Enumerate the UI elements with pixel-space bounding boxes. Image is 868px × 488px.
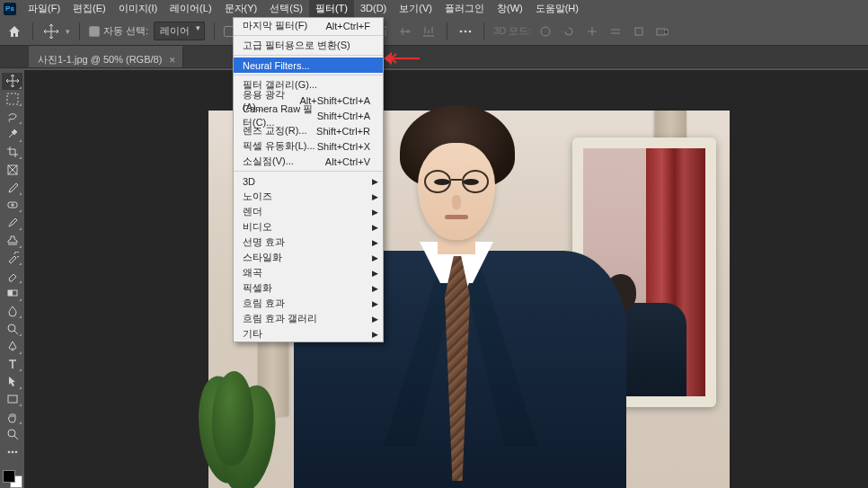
menu-filter[interactable]: 필터(T) [309,0,354,17]
menu-view[interactable]: 보기(V) [393,0,438,17]
svg-point-2 [469,30,472,32]
pen-tool[interactable] [2,338,22,355]
menu-item-label: 고급 필터용으로 변환(S) [243,39,350,52]
menu-lens-correction[interactable]: 렌즈 교정(R)...Shift+Ctrl+R [234,123,383,138]
slide-icon [607,22,624,40]
dodge-tool[interactable] [2,320,22,337]
menu-file[interactable]: 파일(F) [22,0,66,17]
menu-shortcut: Shift+Ctrl+R [316,126,370,137]
auto-select-label: 자동 선택: [103,25,148,36]
menu-liquify[interactable]: 픽셀 유동화(L)...Shift+Ctrl+X [234,138,383,154]
frame-tool[interactable] [2,161,22,178]
menu-item-label: 왜곡 [243,266,262,279]
menu-edit[interactable]: 편집(E) [66,0,112,17]
menu-shortcut: Alt+Ctrl+F [325,21,370,31]
crop-tool[interactable] [2,144,22,161]
edit-toolbar-icon[interactable] [2,444,22,461]
camera-icon [653,22,671,40]
lasso-tool[interactable] [2,108,22,125]
foreground-color[interactable] [3,470,15,483]
menu-3d[interactable]: 3D(D) [354,0,393,17]
move-tool-indicator-icon[interactable] [42,22,60,40]
home-icon[interactable] [5,22,23,40]
menu-item-label: 노이즈 [243,190,272,203]
submenu-arrow-icon: ▶ [372,177,378,186]
menu-shortcut: Shift+Ctrl+A [317,111,370,121]
menu-plugins[interactable]: 플러그인 [438,0,491,17]
menu-render[interactable]: 렌더▶ [234,204,383,219]
menu-image[interactable]: 이미지(I) [112,0,164,17]
blur-tool[interactable] [2,303,22,320]
history-brush-tool[interactable] [2,250,22,267]
brush-tool[interactable] [2,214,22,231]
svg-rect-10 [8,290,13,296]
menu-other[interactable]: 기타▶ [234,326,383,342]
menu-noise[interactable]: 노이즈▶ [234,189,383,204]
menu-type[interactable]: 문자(Y) [218,0,264,17]
svg-rect-4 [635,28,642,35]
auto-select-checkbox[interactable]: 자동 선택: [89,24,148,38]
svg-rect-12 [8,395,17,403]
menu-item-label: 마지막 필터(F) [243,19,307,32]
menu-convert-smart[interactable]: 고급 필터용으로 변환(S) [234,38,383,53]
color-swatch[interactable] [3,470,22,488]
menu-vanishing-point[interactable]: 소실점(V)...Alt+Ctrl+V [234,154,383,169]
menu-distort[interactable]: 왜곡▶ [234,265,383,280]
align-bottom-icon[interactable] [420,22,438,40]
menu-item-label: 흐림 효과 갤러리 [243,312,317,325]
menu-layer[interactable]: 레이어(L) [164,0,217,17]
menu-item-label: 흐림 효과 [243,297,285,310]
menu-stylize[interactable]: 스타일화▶ [234,250,383,265]
menu-bar: Ps 파일(F) 편집(E) 이미지(I) 레이어(L) 문자(Y) 선택(S)… [0,0,868,17]
tool-dropdown-icon[interactable]: ▾ [66,27,70,36]
menu-last-filter[interactable]: 마지막 필터(F) Alt+Ctrl+F [234,18,383,33]
menu-select[interactable]: 선택(S) [263,0,309,17]
canvas-area [24,70,868,488]
menu-item-label: 선명 효과 [243,235,285,249]
document-tab-title: 사진1-1.jpg @ 50% (RGB/8) [38,53,162,67]
shape-tool[interactable] [2,391,22,408]
menu-blur-gallery[interactable]: 흐림 효과 갤러리▶ [234,311,383,326]
marquee-tool[interactable] [2,91,22,108]
orbit-icon [536,22,554,40]
eraser-tool[interactable] [2,267,22,284]
document-tab[interactable]: 사진1-1.jpg @ 50% (RGB/8) × [29,46,183,67]
submenu-arrow-icon: ▶ [372,315,378,324]
menu-item-label: 렌즈 교정(R)... [243,124,307,138]
menu-3d[interactable]: 3D▶ [234,173,383,189]
menu-pixelate[interactable]: 픽셀화▶ [234,280,383,296]
path-select-tool[interactable] [2,373,22,390]
type-tool[interactable] [2,356,22,373]
menu-help[interactable]: 도움말(H) [529,0,585,17]
gradient-tool[interactable] [2,285,22,302]
stamp-tool[interactable] [2,232,22,249]
menu-neural-filters[interactable]: Neural Filters... [234,58,383,73]
eyedropper-tool[interactable] [2,179,22,196]
submenu-arrow-icon: ▶ [372,253,378,262]
align-middle-v-icon[interactable] [396,22,414,40]
auto-select-target-dropdown[interactable]: 레이어 [154,22,205,40]
submenu-arrow-icon: ▶ [372,330,378,339]
svg-point-11 [8,324,15,332]
filter-menu: 마지막 필터(F) Alt+Ctrl+F 고급 필터용으로 변환(S) Neur… [233,17,384,342]
menu-item-label: 픽셀화 [243,281,272,295]
healing-tool[interactable] [2,197,22,214]
options-bar: ▾ 자동 선택: 레이어 변형 컨 3D 모드: [0,17,868,46]
svg-point-16 [14,451,17,454]
menu-item-label: 픽셀 유동화(L)... [243,139,315,153]
menu-blur[interactable]: 흐림 효과▶ [234,296,383,311]
menu-sharpen[interactable]: 선명 효과▶ [234,235,383,250]
hand-tool[interactable] [2,408,22,425]
close-tab-icon[interactable]: × [169,55,175,66]
toolbox [0,70,24,488]
move-tool[interactable] [2,73,22,90]
svg-point-0 [460,30,463,32]
submenu-arrow-icon: ▶ [372,223,378,232]
more-align-icon[interactable] [456,22,474,40]
menu-camera-raw[interactable]: Camera Raw 필터(C)...Shift+Ctrl+A [234,108,383,123]
menu-window[interactable]: 창(W) [491,0,529,17]
zoom-tool[interactable] [2,426,22,443]
scale-icon [630,22,648,40]
menu-video[interactable]: 비디오▶ [234,219,383,235]
wand-tool[interactable] [2,126,22,143]
